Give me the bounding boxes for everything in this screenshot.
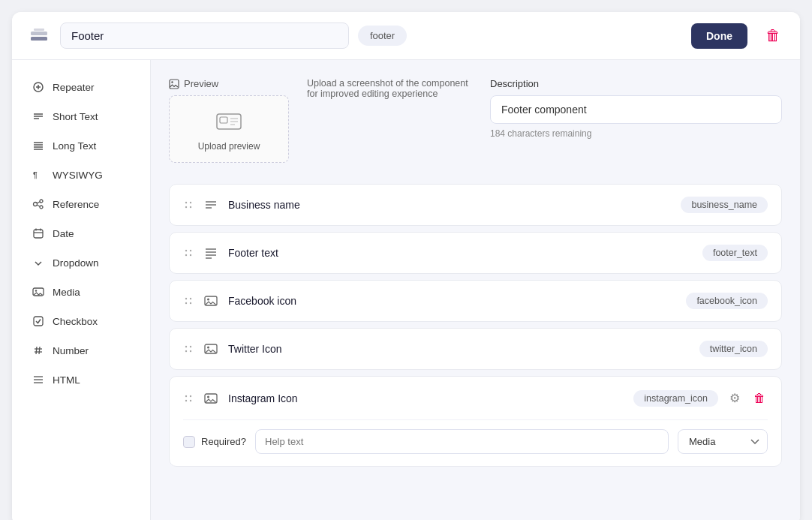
svg-point-22 bbox=[35, 290, 37, 291]
number-icon bbox=[32, 344, 45, 357]
char-count: 184 characters remaining bbox=[490, 128, 782, 139]
sidebar-item-wysiwyg[interactable]: ¶ WYSIWYG bbox=[17, 161, 146, 189]
sidebar-item-number[interactable]: Number bbox=[17, 336, 146, 365]
long-text-icon bbox=[32, 139, 45, 152]
field-gear-instagram[interactable]: ⚙ bbox=[727, 389, 742, 407]
sidebar-label-media: Media bbox=[53, 287, 80, 298]
delete-component-button[interactable]: 🗑 bbox=[761, 23, 785, 49]
drag-handle-business-name[interactable] bbox=[183, 200, 194, 210]
upload-hint: Upload a screenshot of the component for… bbox=[307, 78, 472, 163]
svg-point-70 bbox=[207, 395, 209, 398]
description-section: Description 184 characters remaining bbox=[490, 78, 782, 163]
required-checkbox[interactable] bbox=[183, 436, 195, 448]
field-key-twitter-icon: twitter_icon bbox=[699, 341, 768, 357]
svg-point-66 bbox=[185, 399, 187, 401]
done-button[interactable]: Done bbox=[691, 23, 747, 49]
instagram-row-bottom: Required? Media Short Text Long Text Ref… bbox=[183, 419, 768, 454]
svg-point-60 bbox=[185, 350, 187, 352]
preview-panel: Preview Upload preview bbox=[169, 78, 289, 163]
svg-point-39 bbox=[185, 206, 187, 208]
svg-point-38 bbox=[185, 202, 187, 203]
sidebar-item-reference[interactable]: Reference bbox=[17, 190, 146, 218]
field-key-instagram-icon: instagram_icon bbox=[633, 390, 718, 407]
app-window: footer Done 🗑 Repeater bbox=[0, 0, 812, 520]
sidebar-item-long-text[interactable]: Long Text bbox=[17, 131, 146, 160]
svg-point-53 bbox=[185, 298, 187, 299]
svg-point-56 bbox=[190, 302, 191, 304]
sidebar-label-number: Number bbox=[53, 345, 89, 356]
svg-point-14 bbox=[40, 206, 43, 209]
field-name-footer-text[interactable] bbox=[228, 245, 693, 260]
upload-preview-box[interactable]: Upload preview bbox=[169, 95, 289, 163]
field-name-twitter-icon[interactable] bbox=[228, 341, 690, 356]
preview-label: Preview bbox=[169, 78, 289, 89]
sidebar-label-long-text: Long Text bbox=[53, 140, 96, 152]
svg-point-55 bbox=[190, 298, 191, 299]
media-type-icon-instagram bbox=[203, 390, 219, 407]
sidebar-item-media[interactable]: Media bbox=[17, 278, 146, 306]
sidebar-label-reference: Reference bbox=[53, 199, 99, 210]
sidebar-item-html[interactable]: HTML bbox=[17, 365, 146, 394]
svg-rect-17 bbox=[34, 230, 43, 238]
field-row-twitter-icon: twitter_icon bbox=[169, 328, 782, 370]
media-icon bbox=[32, 285, 45, 299]
field-name-instagram-icon[interactable] bbox=[228, 391, 624, 406]
svg-point-59 bbox=[185, 346, 187, 347]
svg-point-65 bbox=[185, 395, 187, 396]
short-text-type-icon bbox=[203, 197, 219, 213]
svg-point-64 bbox=[207, 347, 209, 349]
logo-icon bbox=[27, 24, 51, 48]
main-content: Preview Upload preview bbox=[151, 60, 800, 520]
field-key-footer-text: footer_text bbox=[702, 245, 768, 261]
repeater-icon bbox=[32, 80, 45, 94]
sidebar-label-repeater: Repeater bbox=[53, 82, 95, 93]
wysiwyg-icon: ¶ bbox=[32, 168, 45, 182]
svg-point-58 bbox=[207, 299, 209, 301]
preview-section-label: Preview bbox=[184, 78, 218, 89]
svg-point-32 bbox=[171, 81, 173, 83]
component-tag: footer bbox=[358, 26, 407, 46]
description-label: Description bbox=[490, 78, 782, 89]
long-text-type-icon bbox=[203, 245, 219, 261]
sidebar-item-repeater[interactable]: Repeater bbox=[17, 73, 146, 101]
svg-point-13 bbox=[40, 200, 43, 203]
drag-handle-footer-text[interactable] bbox=[183, 248, 194, 258]
description-input[interactable] bbox=[490, 95, 782, 124]
field-row-instagram-icon: instagram_icon ⚙ 🗑 Required? Media bbox=[169, 376, 782, 467]
field-key-facebook-icon: facebook_icon bbox=[686, 293, 768, 309]
media-type-icon-facebook bbox=[203, 293, 219, 309]
svg-line-24 bbox=[36, 347, 37, 354]
sidebar: Repeater Short Text bbox=[12, 60, 151, 520]
field-name-business-name[interactable] bbox=[228, 197, 672, 212]
dropdown-icon bbox=[32, 256, 45, 269]
field-name-facebook-icon[interactable] bbox=[228, 293, 677, 308]
field-row-business-name: business_name bbox=[169, 184, 782, 226]
component-title-input[interactable] bbox=[60, 23, 349, 49]
svg-line-15 bbox=[37, 202, 40, 203]
svg-rect-0 bbox=[31, 32, 47, 35]
sidebar-label-date: Date bbox=[53, 228, 74, 239]
svg-point-40 bbox=[190, 202, 191, 203]
main-card: footer Done 🗑 Repeater bbox=[12, 12, 800, 520]
type-select[interactable]: Media Short Text Long Text Reference bbox=[678, 429, 768, 454]
drag-handle-facebook-icon[interactable] bbox=[183, 296, 194, 306]
preview-section: Preview Upload preview bbox=[169, 78, 782, 163]
drag-handle-instagram-icon[interactable] bbox=[183, 393, 194, 404]
sidebar-item-date[interactable]: Date bbox=[17, 219, 146, 248]
checkbox-icon bbox=[32, 314, 45, 328]
svg-point-54 bbox=[185, 302, 187, 304]
sidebar-item-short-text[interactable]: Short Text bbox=[17, 102, 146, 131]
sidebar-item-dropdown[interactable]: Dropdown bbox=[17, 248, 146, 277]
field-delete-instagram[interactable]: 🗑 bbox=[751, 389, 768, 407]
svg-point-62 bbox=[190, 350, 191, 352]
svg-point-46 bbox=[185, 254, 187, 256]
svg-point-47 bbox=[190, 250, 191, 251]
sidebar-label-dropdown: Dropdown bbox=[53, 257, 99, 269]
svg-point-68 bbox=[190, 399, 191, 401]
drag-handle-twitter-icon[interactable] bbox=[183, 344, 194, 354]
sidebar-item-checkbox[interactable]: Checkbox bbox=[17, 307, 146, 335]
sidebar-label-html: HTML bbox=[53, 374, 80, 386]
short-text-icon bbox=[32, 110, 45, 123]
help-text-input[interactable] bbox=[255, 429, 669, 454]
sidebar-label-short-text: Short Text bbox=[53, 111, 98, 122]
